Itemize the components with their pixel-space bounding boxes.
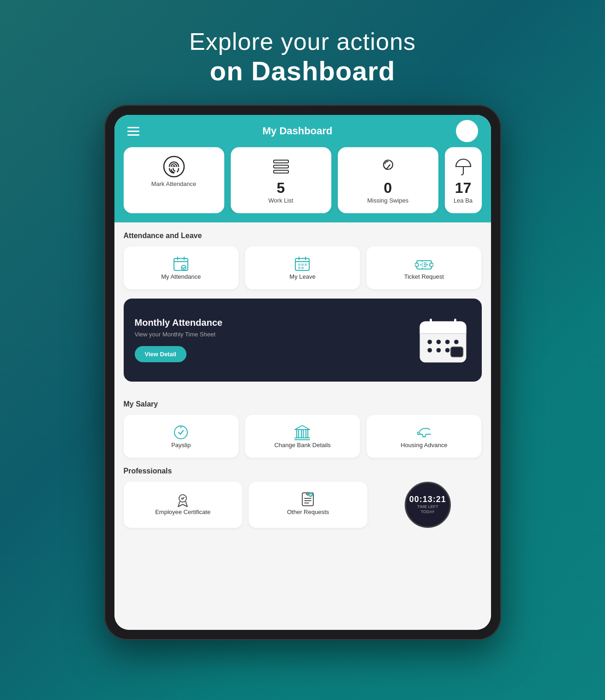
svg-point-32 xyxy=(436,340,441,344)
card-housing-advance-label: Housing Advance xyxy=(401,442,447,449)
banner-subtitle: View your Monthly Time Sheet xyxy=(135,331,222,338)
card-my-leave[interactable]: My Leave xyxy=(245,246,360,289)
timer-label: TIME LEFTTODAY xyxy=(417,504,438,515)
svg-point-34 xyxy=(454,340,459,344)
bank-icon xyxy=(293,423,311,442)
svg-rect-19 xyxy=(301,267,304,269)
my-salary-cards: Payslip Change Bank Details xyxy=(124,415,482,458)
hamburger-menu-icon[interactable] xyxy=(127,127,139,136)
svg-point-36 xyxy=(436,348,441,353)
card-my-attendance-label: My Attendance xyxy=(161,273,201,281)
svg-rect-39 xyxy=(450,347,462,357)
svg-point-21 xyxy=(415,263,419,267)
attendance-leave-section: Attendance and Leave My Attendance xyxy=(114,222,491,289)
ticket-icon xyxy=(415,255,433,273)
hero-line1: Explore your actions xyxy=(189,28,416,55)
svg-point-24 xyxy=(420,264,421,265)
card-change-bank-details[interactable]: Change Bank Details xyxy=(245,415,360,458)
certificate-icon xyxy=(174,490,192,509)
card-change-bank-details-label: Change Bank Details xyxy=(274,442,330,449)
app-content: Mark Attendance 5 Work List xyxy=(114,147,491,630)
app-bar-title: My Dashboard xyxy=(263,125,333,137)
umbrella-icon xyxy=(452,156,474,178)
svg-point-47 xyxy=(417,432,419,434)
card-other-requests[interactable]: Other Requests xyxy=(249,482,367,528)
card-work-list[interactable]: 5 Work List xyxy=(231,147,331,213)
professionals-section: Professionals Employee Certificate xyxy=(114,458,491,539)
timer-time: 00:13:21 xyxy=(409,495,446,504)
svg-point-35 xyxy=(427,348,432,353)
professionals-title: Professionals xyxy=(124,467,482,475)
card-my-attendance[interactable]: My Attendance xyxy=(124,246,239,289)
card-ticket-request-label: Ticket Request xyxy=(404,273,444,281)
card-leave-balance[interactable]: 17 Lea Ba xyxy=(445,147,482,213)
svg-rect-44 xyxy=(306,430,308,438)
card-payslip[interactable]: Payslip xyxy=(124,415,239,458)
other-requests-icon xyxy=(299,490,317,509)
top-cards-section: Mark Attendance 5 Work List xyxy=(114,147,491,222)
card-mark-attendance-label: Mark Attendance xyxy=(151,180,197,188)
my-salary-title: My Salary xyxy=(124,400,482,408)
attendance-leave-cards: My Attendance xyxy=(124,246,482,289)
top-cards-row: Mark Attendance 5 Work List xyxy=(124,147,482,213)
professionals-cards: Employee Certificate xyxy=(124,482,482,528)
card-payslip-label: Payslip xyxy=(171,442,191,449)
hero-section: Explore your actions on Dashboard xyxy=(189,28,416,86)
banner-title: Monthly Attendance xyxy=(135,317,222,328)
card-leave-balance-label: Lea Ba xyxy=(454,197,473,205)
card-other-requests-label: Other Requests xyxy=(287,509,329,516)
svg-point-22 xyxy=(430,263,433,267)
svg-rect-1 xyxy=(274,160,288,163)
monthly-attendance-banner: Monthly Attendance View your Monthly Tim… xyxy=(124,299,482,382)
banner-calendar-icon xyxy=(415,311,471,369)
svg-rect-27 xyxy=(419,328,466,334)
card-my-leave-label: My Leave xyxy=(289,273,315,281)
card-mark-attendance[interactable]: Mark Attendance xyxy=(124,147,224,213)
card-missing-swipes[interactable]: 0 Missing Swipes xyxy=(338,147,438,213)
banner-left: Monthly Attendance View your Monthly Tim… xyxy=(135,317,222,362)
svg-point-31 xyxy=(427,340,432,344)
svg-point-0 xyxy=(164,156,184,177)
svg-rect-17 xyxy=(305,263,307,266)
card-ticket-request[interactable]: Ticket Request xyxy=(366,246,481,289)
svg-point-52 xyxy=(307,493,309,494)
payslip-icon xyxy=(172,423,190,442)
swipe-icon xyxy=(377,156,399,178)
svg-rect-3 xyxy=(274,170,288,173)
timer-slot: 00:13:21 TIME LEFTTODAY xyxy=(374,482,481,528)
svg-rect-15 xyxy=(298,263,300,266)
view-detail-button[interactable]: View Detail xyxy=(135,346,186,362)
svg-rect-42 xyxy=(297,430,299,438)
svg-rect-43 xyxy=(301,430,303,438)
time-left-timer: 00:13:21 TIME LEFTTODAY xyxy=(405,482,451,528)
card-work-list-number: 5 xyxy=(277,180,285,195)
svg-point-10 xyxy=(181,265,186,270)
list-icon xyxy=(270,156,292,178)
card-missing-swipes-label: Missing Swipes xyxy=(367,197,409,205)
housing-advance-icon xyxy=(415,423,433,442)
svg-point-37 xyxy=(445,348,449,353)
my-salary-section: My Salary Payslip xyxy=(114,391,491,458)
card-missing-swipes-number: 0 xyxy=(384,180,392,195)
svg-point-33 xyxy=(445,340,449,344)
svg-rect-2 xyxy=(274,165,288,168)
attendance-leave-title: Attendance and Leave xyxy=(124,232,482,240)
hero-line2: on Dashboard xyxy=(189,55,416,86)
tablet-screen: My Dashboard xyxy=(114,115,491,630)
card-leave-balance-number: 17 xyxy=(455,180,472,195)
svg-rect-16 xyxy=(301,263,304,266)
card-employee-certificate-label: Employee Certificate xyxy=(155,509,210,516)
fingerprint-icon xyxy=(163,156,185,178)
card-employee-certificate[interactable]: Employee Certificate xyxy=(124,482,242,528)
tablet-device: My Dashboard xyxy=(104,105,501,640)
my-leave-icon xyxy=(293,255,311,273)
my-attendance-icon xyxy=(172,255,190,273)
avatar[interactable] xyxy=(456,120,478,142)
card-work-list-label: Work List xyxy=(269,197,294,205)
svg-marker-41 xyxy=(295,425,310,430)
card-housing-advance[interactable]: Housing Advance xyxy=(366,415,481,458)
app-bar: My Dashboard xyxy=(114,115,491,147)
svg-rect-18 xyxy=(298,267,300,269)
